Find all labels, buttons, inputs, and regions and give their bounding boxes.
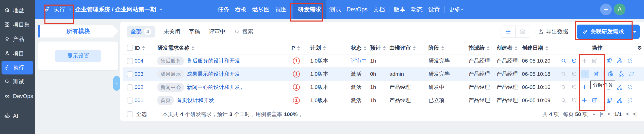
- select-all-checkbox[interactable]: [127, 45, 133, 51]
- nav-item-test[interactable]: 测试: [326, 0, 344, 19]
- create-task-action-icon[interactable]: [581, 58, 588, 64]
- display-settings-button[interactable]: 显示设置: [55, 50, 101, 62]
- collapse-view-button[interactable]: [515, 26, 530, 37]
- sort-icon[interactable]: [323, 46, 326, 50]
- link-story-button[interactable]: 关联研发需求: [577, 25, 629, 39]
- sort-icon[interactable]: [545, 46, 548, 50]
- col-header-pri[interactable]: P: [290, 42, 309, 54]
- col-header-reviewer[interactable]: 由谁评审: [388, 42, 427, 54]
- nav-item-dynamic[interactable]: 动态: [408, 0, 425, 19]
- to-case-action-icon[interactable]: [607, 71, 614, 77]
- module-tab-all-modules[interactable]: 所有模块: [38, 25, 118, 37]
- subdivide-action-icon[interactable]: [616, 84, 623, 90]
- nav-item-views[interactable]: 视图: [272, 0, 290, 19]
- tab-all[interactable]: 全部 4: [127, 26, 155, 37]
- sidebar-item-execution[interactable]: 执行: [2, 61, 33, 74]
- search-trigger[interactable]: 搜索: [234, 28, 253, 35]
- col-header-estimate[interactable]: 预计: [369, 42, 388, 54]
- story-title-link[interactable]: 售后服务的设计和开发: [187, 58, 240, 64]
- sort-icon[interactable]: [364, 46, 367, 50]
- sidebar-item-home[interactable]: 地盘: [0, 3, 35, 17]
- recall-action-icon[interactable]: [571, 71, 577, 77]
- first-page-button[interactable]: |<: [600, 111, 603, 117]
- story-id-link[interactable]: 004: [135, 58, 143, 64]
- sort-icon[interactable]: [142, 46, 145, 50]
- col-header-name[interactable]: 研发需求名称: [156, 42, 290, 54]
- nav-item-build[interactable]: 版本: [391, 0, 408, 19]
- split-task-action-icon[interactable]: [591, 58, 598, 64]
- nav-item-settings[interactable]: 设置: [425, 0, 443, 19]
- nav-item-devops[interactable]: DevOps: [344, 0, 370, 19]
- review-action-icon[interactable]: [560, 71, 567, 77]
- select-all-checkbox[interactable]: [127, 111, 133, 117]
- link-story-caret-button[interactable]: [629, 25, 640, 39]
- per-page-select[interactable]: 每页 50 项: [563, 111, 588, 118]
- sidebar-item-program[interactable]: 项目集: [0, 17, 35, 32]
- col-header-created[interactable]: 创建日期: [521, 42, 557, 54]
- row-checkbox[interactable]: [127, 58, 133, 64]
- nav-item-story[interactable]: 研发需求: [293, 0, 326, 19]
- story-title-link[interactable]: 首页设计和开发: [177, 97, 214, 103]
- recall-action-icon[interactable]: [571, 97, 577, 104]
- sort-icon[interactable]: [297, 46, 300, 50]
- sort-icon[interactable]: [413, 46, 416, 50]
- sidebar-item-product[interactable]: 产品: [0, 32, 35, 46]
- recall-action-icon[interactable]: [571, 84, 577, 90]
- review-action-icon[interactable]: [560, 58, 567, 64]
- create-task-action-icon[interactable]: [581, 84, 588, 90]
- prev-page-button[interactable]: <: [607, 111, 610, 117]
- story-id-link[interactable]: 002: [135, 84, 143, 90]
- review-action-icon[interactable]: [560, 84, 567, 90]
- review-action-icon[interactable]: [560, 97, 567, 104]
- story-title-link[interactable]: 成果展示的设计和开发: [187, 71, 240, 77]
- subdivide-action-icon[interactable]: [616, 58, 623, 64]
- panel-collapse-handle[interactable]: ‹: [113, 76, 120, 91]
- to-case-action-icon[interactable]: [606, 97, 613, 104]
- sort-icon[interactable]: [515, 46, 518, 50]
- unlink-action-icon[interactable]: [628, 71, 635, 77]
- tab-reviewing[interactable]: 评审中: [209, 28, 225, 35]
- unlink-action-icon[interactable]: [627, 97, 633, 104]
- to-case-action-icon[interactable]: [606, 58, 613, 64]
- list-view-button[interactable]: [501, 26, 515, 37]
- sort-icon[interactable]: [487, 46, 490, 50]
- chevron-down-icon[interactable]: [159, 9, 163, 12]
- story-id-link[interactable]: 003: [135, 71, 143, 77]
- sort-icon[interactable]: [441, 46, 444, 50]
- nav-item-more[interactable]: 更多: [446, 0, 467, 19]
- subdivide-action-icon[interactable]: [616, 97, 623, 104]
- row-checkbox[interactable]: [127, 98, 133, 104]
- nav-item-burndown[interactable]: 燃尽图: [249, 0, 272, 19]
- nav-item-tasks[interactable]: 任务: [215, 0, 232, 19]
- tab-unclosed[interactable]: 未关闭: [163, 28, 180, 35]
- col-header-plan[interactable]: 计划: [309, 42, 350, 54]
- sidebar-item-project[interactable]: 项目: [0, 46, 35, 61]
- story-title-link[interactable]: 新闻中心的设计和开发。: [187, 84, 245, 90]
- export-data-button[interactable]: 导出数据: [538, 28, 568, 35]
- next-page-button[interactable]: >: [626, 111, 629, 117]
- sidebar-item-devops[interactable]: ∞ DevOps: [0, 89, 35, 103]
- sidebar-item-test[interactable]: 测试: [0, 74, 35, 89]
- breadcrumb-section[interactable]: 执行: [54, 6, 65, 13]
- create-button[interactable]: +: [600, 4, 612, 15]
- row-checkbox[interactable]: [127, 84, 133, 90]
- sort-icon[interactable]: [191, 46, 194, 50]
- create-task-action-icon[interactable]: [581, 70, 589, 78]
- row-checkbox[interactable]: [127, 71, 133, 77]
- column-settings-gear-icon[interactable]: ⚙: [636, 42, 644, 54]
- last-page-button[interactable]: >|: [633, 111, 636, 117]
- sort-icon[interactable]: [383, 46, 386, 50]
- col-header-assignee[interactable]: 指派给: [467, 42, 495, 54]
- chevron-up-icon[interactable]: [592, 113, 596, 115]
- split-task-action-icon[interactable]: [591, 97, 598, 104]
- nav-item-kanban[interactable]: 看板: [232, 0, 249, 19]
- col-header-stage[interactable]: 阶段: [427, 42, 467, 54]
- story-id-link[interactable]: 001: [135, 97, 143, 103]
- col-header-creator[interactable]: 创建者: [495, 42, 521, 54]
- unlink-action-icon[interactable]: [627, 58, 633, 64]
- nav-item-docs[interactable]: 文档: [370, 0, 388, 19]
- avatar[interactable]: A: [614, 4, 625, 15]
- sidebar-item-ai[interactable]: AI: [0, 109, 35, 123]
- tab-draft[interactable]: 草稿: [189, 28, 200, 35]
- unlink-action-icon[interactable]: [627, 84, 633, 90]
